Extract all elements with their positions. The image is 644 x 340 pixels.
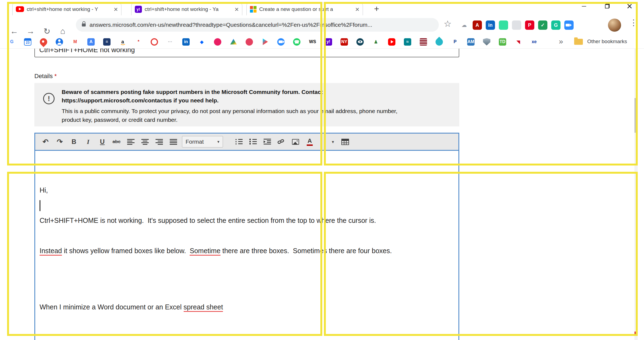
question-title-value: Ctrl+SHIFT+HOME not working bbox=[39, 49, 135, 54]
google-bookmark[interactable]: G bbox=[8, 38, 16, 46]
align-left-button[interactable] bbox=[124, 135, 138, 148]
browser-toolbar: ← → ↻ ⌂ answers.microsoft.com/en-us/newt… bbox=[0, 16, 644, 35]
whatsapp-bookmark[interactable]: ☎ bbox=[293, 38, 300, 46]
tripadvisor-extension-icon[interactable] bbox=[499, 20, 508, 30]
scrollbar-thumb[interactable] bbox=[634, 98, 638, 133]
close-tab-icon[interactable]: × bbox=[114, 6, 118, 13]
cloud-extension-icon[interactable]: ☁ bbox=[460, 20, 469, 30]
underline-button[interactable]: U bbox=[95, 135, 109, 148]
browser-window: ctrl+shift+home not working - Y × y! ctr… bbox=[0, 0, 644, 340]
gray-circle-extension-icon[interactable] bbox=[512, 20, 521, 30]
indent-icon bbox=[264, 139, 271, 145]
navy-app-bookmark[interactable]: ≡ bbox=[103, 38, 111, 46]
yahoo-bookmark[interactable]: y! bbox=[325, 38, 332, 46]
address-bar[interactable]: answers.microsoft.com/en-us/newthread?th… bbox=[76, 18, 439, 32]
yelp-bookmark[interactable]: * bbox=[135, 38, 142, 46]
close-tab-icon[interactable]: × bbox=[355, 6, 359, 13]
shield-bookmark[interactable] bbox=[483, 38, 490, 46]
align-justify-button[interactable] bbox=[166, 135, 180, 148]
format-select[interactable]: Format ▾ bbox=[182, 136, 223, 147]
dropbox-bookmark[interactable]: ◆ bbox=[198, 38, 205, 46]
acrobat-extension-icon[interactable]: A bbox=[473, 20, 482, 30]
strikethrough-button[interactable]: abc bbox=[109, 135, 124, 148]
xe-bookmark[interactable]: xe bbox=[530, 38, 538, 46]
editor-line3-text: When I minimize a Word document or an Ex… bbox=[40, 303, 184, 311]
bold-button[interactable]: B bbox=[67, 135, 81, 148]
bookmark-star-icon[interactable]: ☆ bbox=[444, 19, 452, 29]
warning-icon: ! bbox=[43, 93, 55, 104]
wsj-bookmark[interactable]: WS bbox=[309, 38, 316, 46]
url-text[interactable]: answers.microsoft.com/en-us/newthread?th… bbox=[90, 22, 372, 28]
undo-icon: ↶ bbox=[43, 138, 49, 146]
indent-button[interactable] bbox=[260, 135, 274, 148]
teal-app-bookmark[interactable]: ≈ bbox=[404, 38, 411, 46]
paypal-bookmark[interactable]: P bbox=[451, 38, 459, 46]
amazon-bookmark[interactable]: a bbox=[119, 38, 126, 46]
insert-image-button[interactable] bbox=[288, 135, 303, 148]
amex-bookmark[interactable]: AM bbox=[467, 38, 475, 46]
text-color-button[interactable]: A bbox=[303, 135, 317, 148]
tab-yahoo[interactable]: y! ctrl+shift+home not working - Ya × bbox=[131, 3, 242, 15]
linkedin-bookmark[interactable]: in bbox=[182, 38, 190, 46]
yahoo-favicon-icon: y! bbox=[135, 6, 142, 13]
profile-avatar[interactable] bbox=[608, 19, 621, 32]
align-right-icon bbox=[156, 139, 163, 145]
notice-bold-line2: https://support.microsoft.com/contactus … bbox=[62, 96, 455, 105]
insert-link-button[interactable] bbox=[274, 135, 288, 148]
tab-create-question[interactable]: Create a new question or start a × bbox=[246, 3, 363, 15]
bookmarks-overflow-icon[interactable]: » bbox=[559, 37, 563, 46]
eye-bookmark[interactable] bbox=[356, 38, 364, 46]
align-center-button[interactable] bbox=[138, 135, 152, 148]
minimize-window-button[interactable]: ─ bbox=[574, 0, 594, 12]
redo-button[interactable]: ↷ bbox=[53, 135, 67, 148]
maps-bookmark[interactable] bbox=[38, 37, 49, 47]
insert-table-button[interactable] bbox=[338, 135, 352, 148]
grammarly-extension-icon[interactable]: G bbox=[551, 20, 560, 30]
scrollbar-track[interactable] bbox=[634, 49, 638, 340]
other-bookmarks-button[interactable]: Other bookmarks bbox=[587, 39, 627, 45]
more-tools-dropdown[interactable]: ▾ bbox=[328, 135, 338, 148]
checkmark-extension-icon[interactable]: ✓ bbox=[538, 20, 547, 30]
stripes-app-bookmark[interactable] bbox=[420, 38, 427, 46]
pinterest-extension-icon[interactable]: P bbox=[525, 20, 534, 30]
align-center-icon bbox=[141, 139, 149, 145]
ny-post-bookmark[interactable]: NY bbox=[341, 38, 348, 46]
zoom-extension-icon[interactable] bbox=[564, 20, 574, 30]
close-tab-icon[interactable]: × bbox=[235, 6, 239, 13]
contacts-bookmark[interactable] bbox=[56, 38, 63, 46]
youtube-bookmark[interactable] bbox=[388, 38, 395, 46]
new-tab-button[interactable]: + bbox=[371, 4, 382, 14]
linkedin-extension-icon[interactable]: in bbox=[486, 20, 495, 30]
bullet-list-button[interactable] bbox=[232, 135, 246, 148]
red-ring-bookmark[interactable] bbox=[151, 38, 158, 46]
water-drop-bookmark[interactable] bbox=[434, 37, 444, 47]
browser-menu-icon[interactable]: ⋮ bbox=[628, 18, 639, 27]
numbered-list-button[interactable] bbox=[246, 135, 260, 148]
google-play-bookmark[interactable] bbox=[261, 38, 269, 46]
zoom-bookmark[interactable] bbox=[277, 38, 285, 46]
chess-bookmark[interactable]: ♟ bbox=[372, 38, 380, 46]
red-circle-bookmark[interactable] bbox=[246, 38, 253, 46]
red-sail-bookmark[interactable]: ◥ bbox=[515, 38, 522, 46]
italic-button[interactable]: I bbox=[81, 135, 95, 148]
italic-icon: I bbox=[87, 138, 89, 146]
editor-body[interactable]: Hi, Ctrl+SHIFT+HOME is not working. It's… bbox=[35, 151, 458, 340]
restore-window-button[interactable] bbox=[598, 0, 617, 12]
notice-bold-line1: Beware of scammers posting fake support … bbox=[62, 88, 455, 96]
pink-circle-bookmark[interactable] bbox=[214, 38, 221, 46]
tab-youtube[interactable]: ctrl+shift+home not working - Y × bbox=[12, 3, 121, 15]
dots-bookmark[interactable]: ··· bbox=[166, 38, 174, 46]
scam-warning-notice: ! Beware of scammers posting fake suppor… bbox=[34, 83, 459, 126]
youtube-favicon-icon bbox=[16, 6, 24, 12]
question-title-input[interactable]: Ctrl+SHIFT+HOME not working bbox=[34, 49, 459, 57]
calendar-bookmark[interactable]: 23 bbox=[24, 38, 31, 46]
td-bookmark[interactable]: TD bbox=[499, 38, 506, 46]
drive-bookmark[interactable] bbox=[230, 38, 237, 46]
tab-title: ctrl+shift+home not working - Y bbox=[27, 6, 111, 12]
bold-icon: B bbox=[71, 138, 76, 146]
undo-button[interactable]: ↶ bbox=[38, 135, 53, 148]
close-window-button[interactable]: × bbox=[620, 0, 639, 12]
align-right-button[interactable] bbox=[152, 135, 166, 148]
translate-bookmark[interactable]: A bbox=[87, 38, 95, 46]
gmail-bookmark[interactable]: M bbox=[71, 38, 79, 46]
